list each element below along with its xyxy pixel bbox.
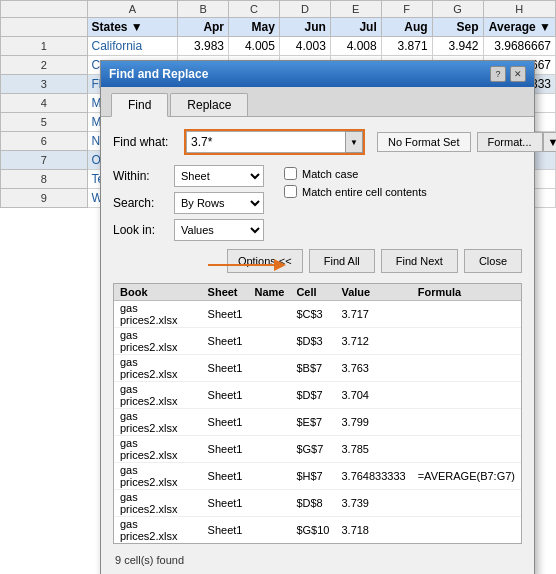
results-row[interactable]: gas prices2.xlsx Sheet1 $G$7 3.785 — [114, 436, 521, 463]
results-row[interactable]: gas prices2.xlsx Sheet1 $D$7 3.704 — [114, 382, 521, 409]
result-value: 3.764833333 — [335, 463, 411, 490]
result-formula — [412, 301, 521, 328]
col-label-jun: Jun — [279, 18, 330, 37]
match-case-row: Match case — [284, 167, 427, 180]
dialog-close-button[interactable]: ✕ — [510, 66, 526, 82]
result-value: 3.763 — [335, 355, 411, 382]
row-num: 1 — [1, 37, 88, 56]
jun-cell[interactable]: 4.003 — [279, 37, 330, 56]
result-formula — [412, 490, 521, 517]
result-name — [248, 301, 290, 328]
within-row: Within: Sheet Workbook — [113, 165, 264, 187]
col-label-may: May — [229, 18, 280, 37]
result-cell: $G$7 — [290, 436, 335, 463]
find-next-button[interactable]: Find Next — [381, 249, 458, 273]
results-row[interactable]: gas prices2.xlsx Sheet1 $D$3 3.712 — [114, 328, 521, 355]
result-name — [248, 490, 290, 517]
arrow-indicator — [208, 255, 288, 278]
result-cell: $D$7 — [290, 382, 335, 409]
dialog-title-bar: Find and Replace ? ✕ — [101, 61, 534, 87]
format-button[interactable]: Format... — [477, 132, 543, 152]
results-row[interactable]: gas prices2.xlsx Sheet1 $B$7 3.763 — [114, 355, 521, 382]
result-cell: $H$7 — [290, 463, 335, 490]
result-name — [248, 382, 290, 409]
result-formula — [412, 517, 521, 544]
result-value: 3.712 — [335, 328, 411, 355]
results-row[interactable]: gas prices2.xlsx Sheet1 $E$7 3.799 — [114, 409, 521, 436]
search-select[interactable]: By Rows By Columns — [174, 192, 264, 214]
result-formula — [412, 436, 521, 463]
result-cell: $B$7 — [290, 355, 335, 382]
apr-cell[interactable]: 3.983 — [178, 37, 229, 56]
result-value: 3.717 — [335, 301, 411, 328]
close-button[interactable]: Close — [464, 249, 522, 273]
row-header-col — [1, 1, 88, 18]
result-cell: $C$3 — [290, 301, 335, 328]
results-row[interactable]: gas prices2.xlsx Sheet1 $H$7 3.764833333… — [114, 463, 521, 490]
find-replace-dialog: Find and Replace ? ✕ Find Replace Find w… — [100, 60, 535, 574]
col-header-d: D — [279, 1, 330, 18]
format-dropdown-button[interactable]: ▼ — [543, 132, 556, 152]
result-sheet: Sheet1 — [202, 490, 249, 517]
result-book: gas prices2.xlsx — [114, 436, 202, 463]
state-cell[interactable]: California — [87, 37, 178, 56]
results-col-value: Value — [335, 284, 411, 301]
tab-find[interactable]: Find — [111, 93, 168, 117]
col-header-g: G — [432, 1, 483, 18]
results-row[interactable]: gas prices2.xlsx Sheet1 $G$10 3.718 — [114, 517, 521, 544]
jul-cell[interactable]: 4.008 — [330, 37, 381, 56]
row-num-header — [1, 18, 88, 37]
tab-replace[interactable]: Replace — [170, 93, 248, 116]
col-header-e: E — [330, 1, 381, 18]
result-value: 3.704 — [335, 382, 411, 409]
find-all-button[interactable]: Find All — [309, 249, 375, 273]
lookin-row: Look in: Values Formulas Comments — [113, 219, 264, 241]
row-num: 3 — [1, 75, 88, 94]
result-name — [248, 355, 290, 382]
dialog-help-button[interactable]: ? — [490, 66, 506, 82]
match-entire-row: Match entire cell contents — [284, 185, 427, 198]
result-name — [248, 517, 290, 544]
result-sheet: Sheet1 — [202, 517, 249, 544]
row-num: 7 — [1, 151, 88, 170]
lookin-select[interactable]: Values Formulas Comments — [174, 219, 264, 241]
within-label: Within: — [113, 169, 168, 183]
result-book: gas prices2.xlsx — [114, 355, 202, 382]
sep-cell[interactable]: 3.942 — [432, 37, 483, 56]
find-input[interactable] — [186, 131, 345, 153]
col-header-h: H — [483, 1, 556, 18]
results-col-formula: Formula — [412, 284, 521, 301]
result-cell: $D$8 — [290, 490, 335, 517]
dialog-body: Find what: ▼ No Format Set Format... ▼ W… — [101, 117, 534, 574]
result-value: 3.739 — [335, 490, 411, 517]
result-book: gas prices2.xlsx — [114, 517, 202, 544]
aug-cell[interactable]: 3.871 — [381, 37, 432, 56]
result-book: gas prices2.xlsx — [114, 382, 202, 409]
result-book: gas prices2.xlsx — [114, 409, 202, 436]
row-num: 6 — [1, 132, 88, 151]
result-value: 3.718 — [335, 517, 411, 544]
row-num: 2 — [1, 56, 88, 75]
row-num: 5 — [1, 113, 88, 132]
find-dropdown-button[interactable]: ▼ — [345, 131, 363, 153]
match-case-checkbox[interactable] — [284, 167, 297, 180]
avg-cell[interactable]: 3.9686667 — [483, 37, 556, 56]
match-case-label: Match case — [302, 168, 358, 180]
result-book: gas prices2.xlsx — [114, 328, 202, 355]
within-select[interactable]: Sheet Workbook — [174, 165, 264, 187]
results-row[interactable]: gas prices2.xlsx Sheet1 $D$8 3.739 — [114, 490, 521, 517]
col-label-apr: Apr — [178, 18, 229, 37]
result-sheet: Sheet1 — [202, 409, 249, 436]
buttons-row: Options << Find All Find Next Close — [113, 249, 522, 273]
result-name — [248, 328, 290, 355]
result-cell: $E$7 — [290, 409, 335, 436]
col-label-jul: Jul — [330, 18, 381, 37]
result-formula — [412, 382, 521, 409]
col-label-avg: Average ▼ — [483, 18, 556, 37]
options-left: Within: Sheet Workbook Search: By Rows B… — [113, 165, 264, 241]
result-formula — [412, 409, 521, 436]
match-entire-checkbox[interactable] — [284, 185, 297, 198]
may-cell[interactable]: 4.005 — [229, 37, 280, 56]
lookin-label: Look in: — [113, 223, 168, 237]
results-row[interactable]: gas prices2.xlsx Sheet1 $C$3 3.717 — [114, 301, 521, 328]
